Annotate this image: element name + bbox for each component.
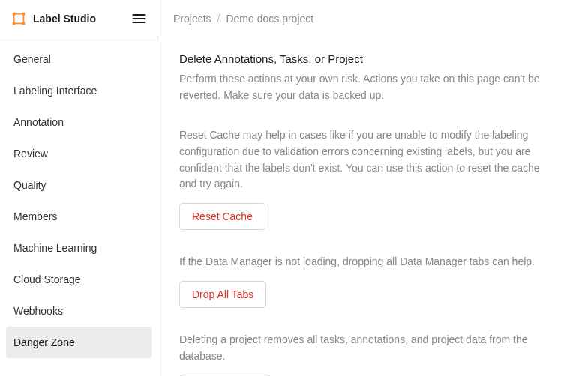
sidebar-item-machine-learning[interactable]: Machine Learning <box>6 232 152 264</box>
sidebar-header: Label Studio <box>0 0 158 37</box>
sidebar-item-webhooks[interactable]: Webhooks <box>6 295 152 327</box>
sidebar-item-general[interactable]: General <box>6 43 152 75</box>
reset-cache-description: Reset Cache may help in cases like if yo… <box>179 127 554 192</box>
breadcrumb-root[interactable]: Projects <box>173 13 212 25</box>
svg-rect-4 <box>14 13 24 23</box>
sidebar-item-quality[interactable]: Quality <box>6 169 152 201</box>
delete-project-description: Deleting a project removes all tasks, an… <box>179 332 554 364</box>
delete-project-block: Deleting a project removes all tasks, an… <box>179 332 567 376</box>
main: Projects / Demo docs project Delete Anno… <box>158 0 588 376</box>
sidebar-item-members[interactable]: Members <box>6 201 152 232</box>
drop-all-tabs-button[interactable]: Drop All Tabs <box>179 281 266 308</box>
reset-cache-block: Reset Cache may help in cases like if yo… <box>179 127 567 230</box>
brand-name: Label Studio <box>33 13 96 25</box>
drop-tabs-description: If the Data Manager is not loading, drop… <box>179 254 554 270</box>
content: Delete Annotations, Tasks, or Project Pe… <box>158 37 588 376</box>
sidebar-nav: General Labeling Interface Annotation Re… <box>0 37 158 364</box>
breadcrumb-current[interactable]: Demo docs project <box>226 13 314 25</box>
hamburger-menu-icon[interactable] <box>130 10 147 27</box>
sidebar: Label Studio General Labeling Interface … <box>0 0 158 376</box>
breadcrumb: Projects / Demo docs project <box>158 0 588 37</box>
drop-tabs-block: If the Data Manager is not loading, drop… <box>179 254 567 308</box>
sidebar-item-annotation[interactable]: Annotation <box>6 106 152 138</box>
brand[interactable]: Label Studio <box>10 10 96 27</box>
section-description: Perform these actions at your own risk. … <box>179 71 554 103</box>
brand-logo-icon <box>10 10 27 27</box>
sidebar-item-danger-zone[interactable]: Danger Zone <box>6 327 152 358</box>
breadcrumb-separator: / <box>218 13 220 25</box>
sidebar-item-cloud-storage[interactable]: Cloud Storage <box>6 264 152 295</box>
sidebar-item-review[interactable]: Review <box>6 138 152 169</box>
reset-cache-button[interactable]: Reset Cache <box>179 203 266 230</box>
sidebar-item-labeling-interface[interactable]: Labeling Interface <box>6 75 152 106</box>
section-title: Delete Annotations, Tasks, or Project <box>179 52 567 65</box>
